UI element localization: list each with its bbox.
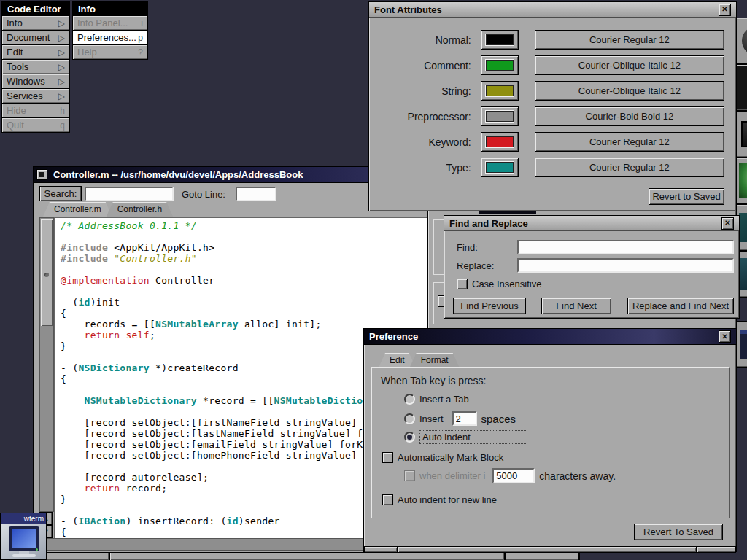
menu-item-document[interactable]: Document▷ (1, 31, 70, 45)
submenu-arrow-icon: ▷ (58, 47, 65, 58)
mark-block-label: Automatically Mark Block (398, 452, 503, 463)
find-input[interactable] (517, 240, 734, 254)
spaces-count-input[interactable] (452, 411, 477, 426)
font-button-normal[interactable]: Courier Regular 12 (535, 30, 724, 50)
color-swatch (486, 111, 514, 122)
radio-insert-tab-label: Insert a Tab (419, 394, 469, 405)
find-label: Find: (457, 242, 478, 253)
menu-item-edit[interactable]: Edit▷ (1, 45, 70, 60)
close-button[interactable]: ✕ (719, 4, 731, 16)
power-led (36, 548, 38, 551)
radio-insert-spaces[interactable] (404, 413, 415, 424)
monitor-screen (12, 529, 36, 548)
spaces-suffix-label: spaces (481, 413, 516, 425)
wterm-app-icon[interactable]: wterm (0, 513, 47, 560)
color-swatch (486, 136, 514, 147)
case-insensitive-label: Case Insensitive (472, 279, 541, 289)
revert-to-saved-button[interactable]: Revert to Saved (649, 188, 724, 205)
preference-window: Preference ✕ Edit Format When Tab key is… (363, 328, 737, 552)
color-well-preprocessor[interactable] (481, 106, 519, 126)
resize-bar-right[interactable] (505, 552, 579, 560)
close-button[interactable]: ✕ (719, 330, 731, 343)
tab-controller-h[interactable]: Controller.h (107, 202, 173, 217)
image-icon (739, 258, 747, 290)
font-button-preprocessor[interactable]: Courier-Bold Bold 12 (535, 106, 724, 126)
vertical-scrollbar[interactable] (39, 217, 54, 512)
menu-item-windows[interactable]: Windows▷ (1, 74, 70, 89)
tab-edit[interactable]: Edit (379, 353, 416, 368)
monitor-base (12, 554, 36, 557)
menu-item-preferences[interactable]: Preferences...p (72, 31, 148, 45)
resize-bar-left[interactable] (364, 546, 398, 553)
font-attr-row-preprocessor: Preprocessor: Courier-Bold Bold 12 (369, 106, 724, 126)
font-button-string[interactable]: Courier-Oblique Italic 12 (535, 81, 724, 101)
case-insensitive-checkbox[interactable] (457, 279, 468, 289)
color-well-normal[interactable] (481, 30, 519, 50)
editor-title: Controller.m -- /usr/home/dvu/devel/Apps… (53, 169, 303, 180)
submenu-arrow-icon: ▷ (58, 33, 65, 43)
menu-item-services[interactable]: Services▷ (1, 89, 70, 104)
monitor-icon (9, 526, 39, 551)
find-next-button[interactable]: Find Next (541, 298, 611, 314)
radio-insert-tab[interactable] (404, 394, 415, 405)
leaf-icon (739, 163, 747, 198)
mark-block-checkbox[interactable] (382, 452, 393, 463)
attr-label: String: (369, 85, 471, 97)
font-button-type[interactable]: Courier Regular 12 (535, 158, 724, 177)
terminal-icon (741, 121, 747, 147)
color-well-keyword[interactable] (481, 132, 519, 152)
close-button[interactable]: ✕ (721, 217, 734, 230)
key-equivalent: q (60, 120, 65, 131)
color-well-comment[interactable] (481, 55, 519, 75)
tab-format[interactable]: Format (410, 353, 460, 368)
replace-label: Replace: (457, 260, 494, 271)
auto-indent-newline-checkbox[interactable] (382, 494, 393, 505)
attr-label: Keyword: (369, 136, 471, 148)
radio-auto-indent[interactable] (404, 432, 415, 443)
resize-bar-middle[interactable] (398, 546, 697, 553)
delimiter-distance-input[interactable] (492, 468, 535, 483)
close-icon: ✕ (721, 333, 727, 341)
scrollbar-knob[interactable] (41, 219, 53, 326)
menu-code-editor: Code Editor Info▷ Document▷ Edit▷ Tools▷… (1, 1, 70, 133)
font-button-keyword[interactable]: Courier Regular 12 (535, 132, 724, 152)
tab-controller-m[interactable]: Controller.m (43, 202, 112, 217)
search-button[interactable]: Search: (39, 186, 82, 201)
color-well-string[interactable] (481, 81, 519, 101)
search-input[interactable] (85, 187, 174, 201)
menu-item-quit[interactable]: Quitq (1, 118, 70, 133)
replace-and-find-next-button[interactable]: Replace and Find Next (627, 298, 734, 314)
find-replace-titlebar[interactable]: Find and Replace ✕ (444, 216, 739, 231)
menu-item-hide[interactable]: Hideh (1, 104, 70, 118)
menu-info-submenu: Info Info Panel...i Preferences...p Help… (72, 1, 148, 60)
preference-tabbar: Edit Format (379, 353, 454, 368)
find-previous-button[interactable]: Find Previous (453, 298, 526, 314)
menu-title[interactable]: Info (72, 1, 148, 16)
menu-item-info-panel[interactable]: Info Panel...i (72, 16, 148, 31)
key-equivalent: i (141, 18, 143, 28)
wterm-icon-titlebar: wterm (1, 513, 46, 524)
menu-item-tools[interactable]: Tools▷ (1, 60, 70, 74)
font-attr-row-normal: Normal: Courier Regular 12 (369, 30, 724, 50)
revert-to-saved-button[interactable]: Revert To Saved (634, 524, 723, 540)
submenu-arrow-icon: ▷ (58, 18, 65, 28)
miniaturize-button[interactable] (36, 169, 47, 180)
mini-window-icon (740, 330, 747, 359)
font-attributes-window: Font Attributes ✕ Normal: Courier Regula… (368, 1, 737, 211)
menu-title[interactable]: Code Editor (1, 1, 70, 16)
editor-toolbar: Search: Goto Line: (34, 184, 402, 203)
resize-bar-middle[interactable] (109, 552, 505, 560)
wterm-icon-body (1, 524, 46, 559)
preference-titlebar[interactable]: Preference ✕ (364, 329, 736, 345)
goto-line-input[interactable] (236, 187, 276, 201)
font-attributes-titlebar[interactable]: Font Attributes ✕ (369, 2, 736, 18)
replace-input[interactable] (517, 258, 734, 273)
resize-bar-right[interactable] (697, 546, 736, 553)
font-button-comment[interactable]: Courier-Oblique Italic 12 (535, 55, 724, 75)
delimiter-checkbox[interactable] (404, 470, 415, 481)
color-well-type[interactable] (481, 158, 519, 177)
find-replace-title: Find and Replace (449, 218, 528, 229)
menu-item-info[interactable]: Info▷ (1, 16, 70, 31)
menu-item-help[interactable]: Help? (72, 45, 148, 60)
sphere-icon (742, 26, 747, 55)
